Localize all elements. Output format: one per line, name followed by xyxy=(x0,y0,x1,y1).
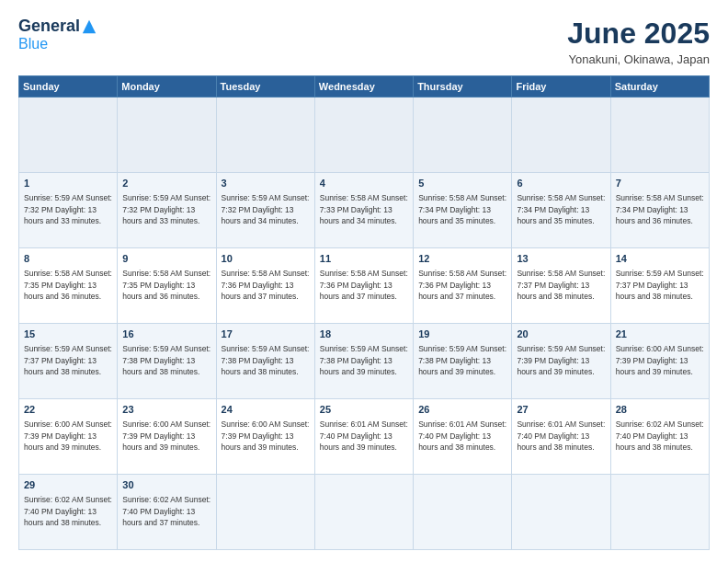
day-info: Sunrise: 5:58 AM Sunset: 7:36 PM Dayligh… xyxy=(418,268,506,302)
day-info: Sunrise: 5:58 AM Sunset: 7:35 PM Dayligh… xyxy=(122,268,210,302)
table-row: 18Sunrise: 5:59 AM Sunset: 7:38 PM Dayli… xyxy=(314,324,413,399)
table-row: 11Sunrise: 5:58 AM Sunset: 7:36 PM Dayli… xyxy=(314,248,413,324)
table-row xyxy=(216,98,314,173)
day-info: Sunrise: 5:58 AM Sunset: 7:34 PM Dayligh… xyxy=(418,192,506,226)
table-row: 7Sunrise: 5:58 AM Sunset: 7:34 PM Daylig… xyxy=(610,173,709,248)
day-info: Sunrise: 6:00 AM Sunset: 7:39 PM Dayligh… xyxy=(122,419,210,453)
day-info: Sunrise: 6:01 AM Sunset: 7:40 PM Dayligh… xyxy=(418,419,506,453)
page: General Blue June 2025 Yonakuni, Okinawa… xyxy=(0,0,728,563)
table-row xyxy=(512,475,610,550)
day-info: Sunrise: 5:58 AM Sunset: 7:36 PM Dayligh… xyxy=(222,268,310,302)
table-row: 1Sunrise: 5:59 AM Sunset: 7:32 PM Daylig… xyxy=(19,173,118,248)
day-info: Sunrise: 5:59 AM Sunset: 7:38 PM Dayligh… xyxy=(320,343,408,377)
calendar-week-row: 15Sunrise: 5:59 AM Sunset: 7:37 PM Dayli… xyxy=(19,324,710,399)
day-number: 4 xyxy=(320,177,408,190)
title-block: June 2025 Yonakuni, Okinawa, Japan xyxy=(567,17,710,66)
day-info: Sunrise: 6:01 AM Sunset: 7:40 PM Dayligh… xyxy=(320,419,408,453)
day-number: 11 xyxy=(320,252,408,266)
table-row: 19Sunrise: 5:59 AM Sunset: 7:38 PM Dayli… xyxy=(414,324,512,399)
col-friday: Friday xyxy=(512,76,610,98)
col-sunday: Sunday xyxy=(19,76,118,98)
day-number: 13 xyxy=(517,252,605,266)
table-row xyxy=(216,475,314,550)
day-number: 30 xyxy=(122,478,210,492)
day-number: 9 xyxy=(122,252,210,266)
table-row: 13Sunrise: 5:58 AM Sunset: 7:37 PM Dayli… xyxy=(512,248,610,324)
table-row: 24Sunrise: 6:00 AM Sunset: 7:39 PM Dayli… xyxy=(216,399,314,475)
day-number: 26 xyxy=(418,403,506,417)
table-row xyxy=(512,98,610,173)
table-row: 2Sunrise: 5:59 AM Sunset: 7:32 PM Daylig… xyxy=(118,173,216,248)
day-info: Sunrise: 5:58 AM Sunset: 7:34 PM Dayligh… xyxy=(616,192,704,226)
col-tuesday: Tuesday xyxy=(216,76,314,98)
day-number: 29 xyxy=(24,478,112,492)
table-row: 6Sunrise: 5:58 AM Sunset: 7:34 PM Daylig… xyxy=(512,173,610,248)
col-wednesday: Wednesday xyxy=(314,76,413,98)
table-row: 29Sunrise: 6:02 AM Sunset: 7:40 PM Dayli… xyxy=(19,475,118,550)
calendar-week-row: 22Sunrise: 6:00 AM Sunset: 7:39 PM Dayli… xyxy=(19,399,710,475)
table-row: 10Sunrise: 5:58 AM Sunset: 7:36 PM Dayli… xyxy=(216,248,314,324)
day-number: 10 xyxy=(222,252,310,266)
table-row: 16Sunrise: 5:59 AM Sunset: 7:38 PM Dayli… xyxy=(118,324,216,399)
day-info: Sunrise: 5:59 AM Sunset: 7:32 PM Dayligh… xyxy=(24,192,112,226)
day-number: 20 xyxy=(517,327,605,341)
table-row: 27Sunrise: 6:01 AM Sunset: 7:40 PM Dayli… xyxy=(512,399,610,475)
table-row xyxy=(610,98,709,173)
svg-marker-0 xyxy=(83,19,96,32)
day-number: 24 xyxy=(222,403,310,417)
table-row: 22Sunrise: 6:00 AM Sunset: 7:39 PM Dayli… xyxy=(19,399,118,475)
day-info: Sunrise: 5:58 AM Sunset: 7:33 PM Dayligh… xyxy=(320,192,408,226)
logo: General Blue xyxy=(18,17,97,52)
day-info: Sunrise: 5:59 AM Sunset: 7:38 PM Dayligh… xyxy=(418,343,506,377)
day-info: Sunrise: 6:01 AM Sunset: 7:40 PM Dayligh… xyxy=(517,419,605,453)
day-info: Sunrise: 5:59 AM Sunset: 7:37 PM Dayligh… xyxy=(616,268,704,302)
logo-blue-text: Blue xyxy=(18,36,48,52)
calendar-header-row: Sunday Monday Tuesday Wednesday Thursday… xyxy=(19,76,710,98)
table-row: 28Sunrise: 6:02 AM Sunset: 7:40 PM Dayli… xyxy=(610,399,709,475)
day-number: 1 xyxy=(24,177,112,190)
day-number: 2 xyxy=(122,177,210,190)
calendar-week-row: 1Sunrise: 5:59 AM Sunset: 7:32 PM Daylig… xyxy=(19,173,710,248)
table-row: 20Sunrise: 5:59 AM Sunset: 7:39 PM Dayli… xyxy=(512,324,610,399)
day-info: Sunrise: 5:59 AM Sunset: 7:38 PM Dayligh… xyxy=(122,343,210,377)
table-row xyxy=(610,475,709,550)
header: General Blue June 2025 Yonakuni, Okinawa… xyxy=(18,17,710,66)
day-number: 8 xyxy=(24,252,112,266)
col-thursday: Thursday xyxy=(414,76,512,98)
logo-icon xyxy=(81,18,97,35)
calendar-week-row: 8Sunrise: 5:58 AM Sunset: 7:35 PM Daylig… xyxy=(19,248,710,324)
table-row: 17Sunrise: 5:59 AM Sunset: 7:38 PM Dayli… xyxy=(216,324,314,399)
table-row: 15Sunrise: 5:59 AM Sunset: 7:37 PM Dayli… xyxy=(19,324,118,399)
day-number: 7 xyxy=(616,177,704,190)
table-row xyxy=(414,98,512,173)
day-number: 19 xyxy=(418,327,506,341)
table-row: 21Sunrise: 6:00 AM Sunset: 7:39 PM Dayli… xyxy=(610,324,709,399)
day-number: 15 xyxy=(24,327,112,341)
day-number: 5 xyxy=(418,177,506,190)
table-row xyxy=(19,98,118,173)
day-number: 12 xyxy=(418,252,506,266)
table-row: 8Sunrise: 5:58 AM Sunset: 7:35 PM Daylig… xyxy=(19,248,118,324)
table-row: 5Sunrise: 5:58 AM Sunset: 7:34 PM Daylig… xyxy=(414,173,512,248)
table-row xyxy=(414,475,512,550)
day-number: 22 xyxy=(24,403,112,417)
col-monday: Monday xyxy=(118,76,216,98)
day-info: Sunrise: 6:02 AM Sunset: 7:40 PM Dayligh… xyxy=(24,494,112,528)
table-row xyxy=(314,475,413,550)
col-saturday: Saturday xyxy=(610,76,709,98)
day-number: 23 xyxy=(122,403,210,417)
day-info: Sunrise: 5:58 AM Sunset: 7:37 PM Dayligh… xyxy=(517,268,605,302)
day-info: Sunrise: 6:00 AM Sunset: 7:39 PM Dayligh… xyxy=(616,343,704,377)
day-info: Sunrise: 5:59 AM Sunset: 7:32 PM Dayligh… xyxy=(122,192,210,226)
table-row: 3Sunrise: 5:59 AM Sunset: 7:32 PM Daylig… xyxy=(216,173,314,248)
day-number: 25 xyxy=(320,403,408,417)
location-text: Yonakuni, Okinawa, Japan xyxy=(567,52,710,66)
calendar-week-row: 29Sunrise: 6:02 AM Sunset: 7:40 PM Dayli… xyxy=(19,475,710,550)
day-number: 16 xyxy=(122,327,210,341)
table-row: 12Sunrise: 5:58 AM Sunset: 7:36 PM Dayli… xyxy=(414,248,512,324)
day-info: Sunrise: 5:59 AM Sunset: 7:38 PM Dayligh… xyxy=(222,343,310,377)
day-number: 6 xyxy=(517,177,605,190)
table-row xyxy=(118,98,216,173)
month-title: June 2025 xyxy=(567,17,710,51)
table-row: 30Sunrise: 6:02 AM Sunset: 7:40 PM Dayli… xyxy=(118,475,216,550)
